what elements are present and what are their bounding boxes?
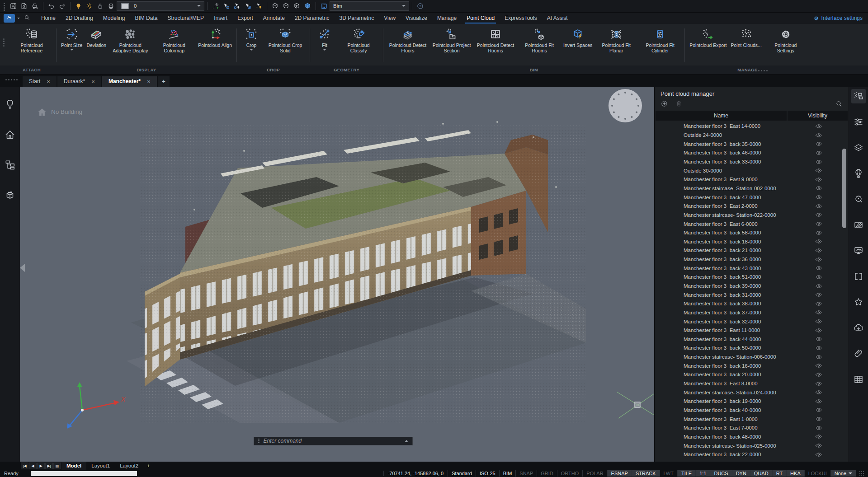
visibility-toggle[interactable] — [788, 318, 849, 324]
view-compass[interactable] — [608, 88, 643, 123]
table-row[interactable]: Manchester staircase- Station-022-0000 — [655, 210, 849, 220]
help-icon[interactable]: ? — [415, 1, 425, 11]
panel-tab[interactable] — [851, 243, 866, 258]
table-row[interactable]: Manchester floor 3 back 32-0000 — [655, 317, 849, 326]
table-row[interactable]: Manchester floor 3 back 35-0000 — [655, 140, 849, 149]
visibility-toggle[interactable] — [788, 389, 849, 395]
status-toggle[interactable]: LWT — [660, 470, 677, 477]
table-row[interactable]: Manchester floor 3 back 31-0000 — [655, 290, 849, 299]
table-row[interactable]: Manchester staircase- Station-002-0000 — [655, 184, 849, 193]
table-row[interactable]: Manchester floor 3 back 22-0000 — [655, 450, 849, 459]
cursor-bulb-icon[interactable] — [232, 1, 242, 11]
cursor-box2-icon[interactable] — [243, 1, 253, 11]
cube-solid-icon[interactable] — [302, 1, 313, 11]
expand-up-icon[interactable] — [405, 440, 408, 442]
no-building-indicator[interactable]: No Building — [37, 108, 82, 117]
panel-tab[interactable] — [851, 321, 866, 335]
command-input[interactable]: Enter command — [264, 438, 302, 444]
previous-layout-button[interactable]: ◀ — [29, 463, 37, 469]
search-icon[interactable] — [24, 14, 32, 22]
table-row[interactable]: Manchester floor 3 East 11-0000 — [655, 326, 849, 335]
status-toggle[interactable]: RT — [772, 470, 786, 477]
status-toggle[interactable]: Standard — [448, 470, 476, 477]
document-tab[interactable]: Duraark* × — [57, 76, 101, 87]
visibility-toggle[interactable] — [788, 168, 849, 173]
ribbon-drag-handle[interactable] — [3, 38, 5, 40]
status-toggle[interactable]: ISO-25 — [476, 470, 499, 477]
visibility-toggle[interactable] — [788, 452, 849, 458]
model-viewport[interactable]: No Building X — [20, 87, 654, 462]
list-scrollbar-thumb[interactable] — [842, 149, 846, 228]
command-bar-grip[interactable] — [258, 439, 259, 440]
panel-tab[interactable] — [851, 269, 866, 284]
status-toggle[interactable]: LOCKUI — [804, 470, 830, 477]
app-logo[interactable] — [4, 14, 15, 23]
visibility-toggle[interactable] — [788, 257, 849, 262]
status-toggle[interactable]: GRID — [537, 470, 557, 477]
visibility-toggle[interactable] — [788, 425, 849, 431]
ribbon-button[interactable]: Crop — [240, 27, 263, 51]
ribbon-button[interactable]: Fit — [313, 27, 336, 51]
table-row[interactable]: Manchester floor 3 back 38-0000 — [655, 299, 849, 308]
visibility-toggle[interactable] — [788, 230, 849, 236]
pointcloud-building-rendering[interactable] — [127, 97, 586, 424]
structure-icon[interactable] — [4, 159, 16, 171]
panel-tab[interactable] — [851, 115, 866, 129]
status-toggle[interactable]: DUCS — [710, 470, 731, 477]
table-row[interactable]: Manchester floor 3 back 20-0000 — [655, 370, 849, 379]
table-row[interactable]: Manchester floor 3 East 9-0000 — [655, 175, 849, 184]
ribbon-tab[interactable]: 2D Parametric — [290, 13, 335, 24]
printer-icon[interactable] — [106, 1, 116, 11]
panel-tab[interactable] — [851, 192, 866, 206]
visibility-toggle[interactable] — [788, 336, 849, 342]
visibility-toggle[interactable] — [788, 345, 849, 351]
chevron-down-icon[interactable] — [17, 18, 20, 19]
ribbon-button[interactable]: Point Size — [59, 27, 84, 51]
table-row[interactable]: Manchester staircase- Station-006-0000 — [655, 352, 849, 361]
status-toggle[interactable]: None — [830, 470, 856, 477]
docbar-drag-handle[interactable] — [5, 79, 7, 80]
ribbon-button[interactable]: Pointcloud Settings — [764, 27, 807, 54]
table-row[interactable]: Manchester floor 3 back 33-0000 — [655, 157, 849, 166]
home-outline-icon[interactable] — [4, 129, 16, 140]
lock-open-icon[interactable] — [95, 1, 105, 11]
table-row[interactable]: Manchester floor 3 East 8-0000 — [655, 379, 849, 388]
bulb-outline-icon[interactable] — [4, 98, 16, 110]
table-row[interactable]: Manchester floor 3 back 46-0000 — [655, 149, 849, 158]
ribbon-button[interactable]: Pointcloud Classify — [337, 27, 380, 54]
ribbon-overflow-dots[interactable] — [755, 70, 757, 71]
column-header-visibility[interactable]: Visibility — [788, 111, 848, 121]
visibility-toggle[interactable] — [788, 132, 849, 138]
ribbon-button[interactable]: Pointcloud Colormap — [152, 27, 196, 54]
status-toggle[interactable]: QUAD — [750, 470, 772, 477]
table-row[interactable]: Manchester floor 3 back 44-0000 — [655, 335, 849, 344]
workspace-select[interactable]: Bim — [330, 1, 409, 11]
table-row[interactable]: Manchester floor 3 East 1-0000 — [655, 415, 849, 424]
next-layout-button[interactable]: ▶ — [37, 463, 45, 469]
visibility-toggle[interactable] — [788, 185, 849, 191]
visibility-toggle[interactable] — [788, 301, 849, 307]
status-toggle[interactable]: BIM — [499, 470, 516, 477]
ribbon-button[interactable]: Pointcloud Fit Rooms — [518, 27, 561, 54]
open-preview-icon[interactable] — [19, 1, 29, 11]
ribbon-tab[interactable]: Insert — [209, 13, 232, 24]
sun-icon[interactable] — [84, 1, 94, 11]
ribbon-button[interactable]: Pointcloud Reference — [10, 27, 53, 54]
visibility-toggle[interactable] — [788, 381, 849, 387]
panel-icon[interactable] — [319, 1, 329, 11]
save-icon[interactable] — [8, 1, 19, 11]
table-row[interactable]: Manchester floor 3 back 43-0000 — [655, 264, 849, 273]
status-toggle[interactable]: DYN — [732, 470, 750, 477]
visibility-toggle[interactable] — [788, 141, 849, 147]
table-row[interactable]: Manchester floor 3 back 39-0000 — [655, 281, 849, 290]
close-icon[interactable]: × — [91, 78, 95, 85]
ribbon-tab[interactable]: Point Cloud — [462, 13, 500, 24]
ribbon-button[interactable]: Pointcloud Project Section — [430, 27, 473, 54]
ribbon-tab[interactable]: Structural/MEP — [162, 13, 209, 24]
command-bar[interactable]: Enter command — [254, 437, 413, 445]
layout-tab[interactable]: Layout1 — [86, 462, 115, 470]
undo-icon[interactable] — [46, 1, 57, 11]
ribbon-tab[interactable]: Export — [232, 13, 258, 24]
add-pointcloud-button[interactable] — [660, 100, 668, 108]
panel-collapse-handle[interactable] — [20, 264, 25, 272]
